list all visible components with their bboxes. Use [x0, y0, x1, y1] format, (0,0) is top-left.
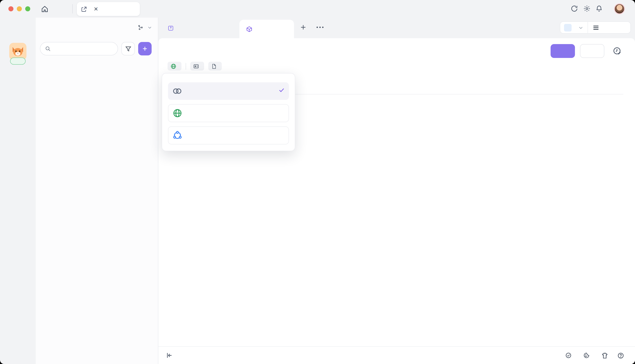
add-new-button[interactable]	[138, 42, 152, 56]
branch-selector[interactable]	[138, 25, 152, 30]
user-avatar[interactable]	[614, 3, 625, 14]
git-branch-icon	[138, 25, 143, 30]
layout-menu-icon[interactable]	[592, 24, 599, 30]
schema-meta-chips	[168, 62, 222, 70]
filter-button[interactable]	[121, 42, 135, 56]
check-icon	[278, 87, 285, 93]
id-badge-icon	[193, 63, 199, 69]
close-window-button[interactable]	[8, 6, 14, 11]
save-button[interactable]	[550, 44, 575, 58]
sidebar	[36, 18, 158, 364]
schema-cube-icon	[246, 26, 252, 32]
plus-icon	[142, 45, 148, 52]
project-window-tab[interactable]: ✕	[77, 2, 140, 16]
option-shared[interactable]	[168, 104, 289, 122]
notifications-bell-icon[interactable]	[596, 5, 603, 12]
add-alias-chip[interactable]	[190, 62, 204, 70]
tab-overflow-menu-icon[interactable]	[316, 26, 324, 29]
maximize-window-button[interactable]	[25, 6, 30, 11]
add-description-chip[interactable]	[208, 62, 222, 70]
delete-button[interactable]	[580, 44, 604, 58]
env-divider	[588, 22, 588, 33]
tab-customer-login[interactable]	[162, 18, 183, 38]
titlebar-divider	[72, 4, 73, 14]
chevron-down-icon	[578, 25, 583, 30]
document-icon	[211, 63, 217, 69]
option-internal[interactable]	[168, 126, 289, 144]
project-visibility-badge	[10, 58, 26, 65]
document-tabstrip	[158, 18, 635, 38]
app-window: ✕	[0, 0, 635, 364]
tab-userarray[interactable]	[240, 20, 294, 38]
cookie-manager[interactable]	[583, 352, 592, 358]
globe-icon	[172, 108, 182, 118]
search-icon	[45, 46, 51, 52]
visibility-chip[interactable]	[168, 62, 182, 70]
history-clock-edit-icon[interactable]	[613, 46, 622, 56]
window-titlebar: ✕	[0, 0, 635, 18]
minimize-window-button[interactable]	[17, 6, 22, 11]
external-link-icon	[81, 6, 87, 12]
link-rings-icon	[172, 86, 182, 96]
environment-selector[interactable]	[560, 22, 631, 34]
settings-icon[interactable]	[583, 5, 590, 12]
cookie-icon	[583, 352, 590, 358]
search-input[interactable]	[40, 42, 118, 56]
collapse-sidebar-icon[interactable]	[166, 352, 173, 359]
env-badge	[564, 24, 572, 31]
help-icon[interactable]	[617, 352, 624, 359]
filter-funnel-icon	[125, 46, 131, 52]
home-icon	[41, 5, 48, 12]
globe-icon	[170, 63, 176, 69]
close-project-tab-icon[interactable]: ✕	[94, 6, 98, 12]
chip-divider	[186, 63, 186, 70]
share-network-icon	[172, 130, 182, 140]
theme-tshirt-icon[interactable]	[602, 352, 608, 359]
main-window-button[interactable]	[41, 0, 51, 18]
chevron-down-icon	[148, 25, 152, 30]
circle-check-icon	[565, 352, 572, 358]
api-endpoint-icon	[168, 25, 174, 31]
visibility-popover	[162, 73, 295, 151]
refresh-icon[interactable]	[571, 5, 578, 12]
new-tab-plus-icon[interactable]	[300, 24, 307, 31]
status-bar	[158, 346, 635, 364]
online-status[interactable]	[565, 352, 574, 358]
option-inherit-parent[interactable]	[168, 82, 289, 100]
left-rail	[0, 18, 36, 364]
